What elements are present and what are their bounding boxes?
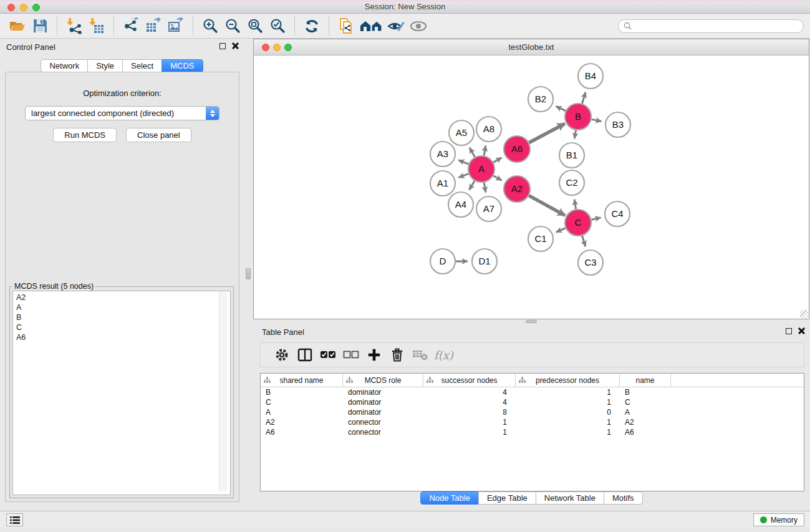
float-panel-icon[interactable] bbox=[786, 328, 792, 334]
network-canvas[interactable]: B4B2BB3A5A8A6B1A3AA1C2A2A4A7C4CC1C3DD1 bbox=[254, 56, 809, 319]
table-row[interactable]: Adominator80A bbox=[261, 407, 804, 417]
deselect-all-icon[interactable] bbox=[339, 345, 362, 365]
close-panel-button[interactable]: Close panel bbox=[126, 128, 191, 142]
zoom-out-icon[interactable] bbox=[221, 16, 244, 36]
tab-style[interactable]: Style bbox=[87, 59, 123, 72]
graph-node-D[interactable]: D bbox=[430, 249, 455, 274]
tab-network[interactable]: Network bbox=[41, 59, 88, 72]
function-builder-icon[interactable]: f(x) bbox=[434, 349, 453, 362]
search-box[interactable] bbox=[618, 19, 804, 33]
graph-node-C[interactable]: C bbox=[565, 210, 591, 236]
graph-edge-A-A2[interactable] bbox=[493, 176, 501, 181]
add-column-icon[interactable] bbox=[362, 345, 385, 365]
graph-node-A7[interactable]: A7 bbox=[476, 196, 501, 221]
column-header-name[interactable]: name bbox=[620, 374, 671, 387]
graph-node-A3[interactable]: A3 bbox=[430, 142, 455, 167]
export-image-icon[interactable] bbox=[165, 16, 187, 36]
result-list-item[interactable]: A2 bbox=[16, 293, 230, 302]
graph-edge-C-C2[interactable] bbox=[574, 200, 576, 210]
splitter-handle[interactable] bbox=[526, 320, 537, 323]
column-header-predecessor-nodes[interactable]: predecessor nodes bbox=[516, 374, 620, 387]
graph-node-A2[interactable]: A2 bbox=[504, 176, 530, 202]
tab-edge-table[interactable]: Edge Table bbox=[478, 491, 536, 505]
column-panel-icon[interactable] bbox=[293, 345, 316, 365]
graph-edge-B-B4[interactable] bbox=[582, 92, 586, 104]
scrollbar-track[interactable] bbox=[219, 292, 227, 491]
tab-network-table[interactable]: Network Table bbox=[536, 491, 604, 505]
result-list-item[interactable]: A6 bbox=[16, 332, 230, 342]
tab-select[interactable]: Select bbox=[122, 59, 162, 72]
criterion-dropdown[interactable]: largest connected component (directed) bbox=[25, 106, 219, 120]
result-list-item[interactable]: A bbox=[16, 302, 230, 312]
graph-node-A6[interactable]: A6 bbox=[504, 136, 530, 162]
memory-button[interactable]: Memory bbox=[753, 513, 804, 526]
column-header-MCDS-role[interactable]: MCDS role bbox=[343, 374, 423, 387]
settings-gear-icon[interactable] bbox=[270, 345, 293, 365]
graph-edge-A-A8[interactable] bbox=[484, 146, 486, 156]
graph-edge-B-B3[interactable] bbox=[592, 119, 602, 121]
graph-node-A4[interactable]: A4 bbox=[448, 192, 473, 217]
run-mcds-button[interactable]: Run MCDS bbox=[53, 128, 117, 142]
graph-node-A[interactable]: A bbox=[468, 156, 494, 182]
splitter-handle[interactable] bbox=[246, 268, 251, 279]
network-window-titlebar[interactable]: testGlobe.txt bbox=[254, 39, 809, 56]
graph-node-B2[interactable]: B2 bbox=[528, 87, 553, 112]
graph-edge-A-A7[interactable] bbox=[484, 183, 486, 193]
graph-node-A5[interactable]: A5 bbox=[449, 120, 474, 145]
result-list-item[interactable]: C bbox=[16, 322, 230, 332]
tab-mcds[interactable]: MCDS bbox=[162, 59, 203, 72]
graph-edge-C-C4[interactable] bbox=[592, 218, 601, 220]
column-header-successor-nodes[interactable]: successor nodes bbox=[423, 374, 516, 387]
import-network-icon[interactable] bbox=[63, 16, 85, 36]
export-table-icon[interactable] bbox=[142, 16, 165, 36]
open-file-icon[interactable] bbox=[6, 16, 29, 36]
search-input[interactable] bbox=[635, 21, 798, 31]
graph-edge-A-A1[interactable] bbox=[458, 174, 468, 178]
close-panel-icon[interactable] bbox=[798, 327, 805, 334]
table-row[interactable]: A2connector11A2 bbox=[261, 417, 804, 427]
graph-node-B4[interactable]: B4 bbox=[578, 64, 603, 89]
graph-node-C1[interactable]: C1 bbox=[528, 226, 553, 251]
table-row[interactable]: Bdominator41B bbox=[261, 387, 804, 397]
zoom-fit-icon[interactable] bbox=[244, 16, 266, 36]
tab-motifs[interactable]: Motifs bbox=[604, 491, 643, 505]
close-panel-icon[interactable] bbox=[232, 42, 239, 49]
column-header-shared-name[interactable]: shared name bbox=[261, 374, 343, 387]
select-all-icon[interactable] bbox=[316, 345, 339, 365]
result-list-item[interactable]: B bbox=[16, 312, 230, 322]
graph-edge-A-A5[interactable] bbox=[470, 148, 475, 157]
network-graph[interactable]: B4B2BB3A5A8A6B1A3AA1C2A2A4A7C4CC1C3DD1 bbox=[254, 56, 809, 319]
graph-edge-B-B2[interactable] bbox=[556, 106, 566, 110]
resize-gripper[interactable] bbox=[800, 310, 808, 318]
show-graphics-details-icon[interactable] bbox=[407, 16, 430, 36]
export-network-icon[interactable] bbox=[120, 16, 142, 36]
graph-node-B1[interactable]: B1 bbox=[559, 143, 584, 168]
graph-node-C4[interactable]: C4 bbox=[605, 201, 630, 226]
mcds-result-list[interactable]: A2ABCA6 bbox=[12, 291, 231, 495]
zoom-in-icon[interactable] bbox=[199, 16, 221, 36]
clone-network-icon[interactable] bbox=[335, 16, 357, 36]
graph-node-A1[interactable]: A1 bbox=[430, 171, 455, 196]
hide-graphics-details-icon[interactable] bbox=[385, 16, 407, 36]
network-overview-icon[interactable] bbox=[357, 16, 385, 36]
zoom-selected-icon[interactable] bbox=[266, 16, 289, 36]
graph-node-B3[interactable]: B3 bbox=[605, 112, 630, 137]
float-panel-icon[interactable] bbox=[219, 43, 226, 49]
show-panel-list-button[interactable] bbox=[6, 513, 23, 526]
graph-edge-C-C3[interactable] bbox=[582, 236, 586, 246]
table-row[interactable]: A6connector11A6 bbox=[261, 427, 804, 437]
graph-edge-A-A3[interactable] bbox=[458, 160, 468, 164]
graph-node-B[interactable]: B bbox=[565, 104, 591, 130]
save-session-icon[interactable] bbox=[29, 16, 51, 36]
refresh-icon[interactable] bbox=[301, 16, 323, 36]
graph-node-C2[interactable]: C2 bbox=[559, 170, 584, 195]
graph-edge-A2-C[interactable] bbox=[529, 196, 565, 216]
graph-node-C3[interactable]: C3 bbox=[578, 250, 603, 275]
graph-edge-A-A4[interactable] bbox=[470, 181, 475, 190]
table-row[interactable]: Cdominator41C bbox=[261, 397, 804, 407]
graph-edge-B-B1[interactable] bbox=[574, 130, 576, 139]
graph-edge-A-A6[interactable] bbox=[493, 158, 501, 163]
graph-node-D1[interactable]: D1 bbox=[472, 249, 497, 274]
import-table-icon[interactable] bbox=[85, 16, 108, 36]
graph-edge-C-C1[interactable] bbox=[556, 228, 566, 233]
